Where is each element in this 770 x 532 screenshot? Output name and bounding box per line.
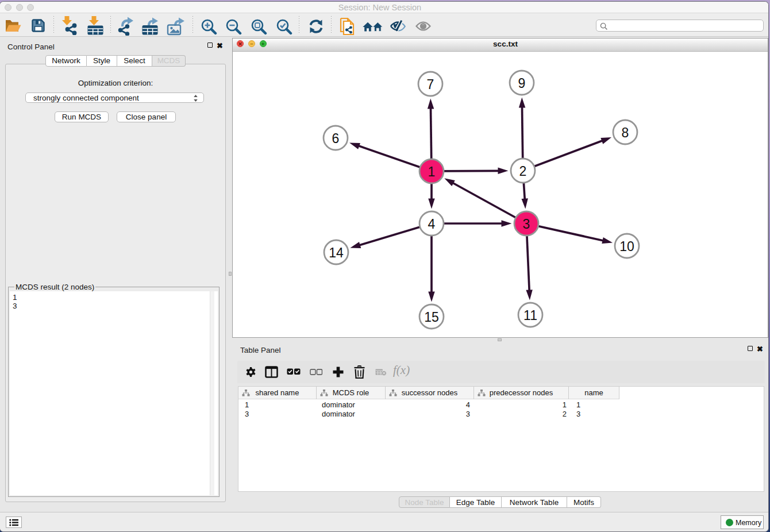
svg-text:11: 11 [523, 308, 537, 323]
svg-text:14: 14 [329, 245, 344, 260]
svg-text:7: 7 [427, 77, 434, 92]
svg-text:8: 8 [622, 125, 629, 140]
svg-text:2: 2 [519, 164, 527, 179]
svg-text:3: 3 [523, 217, 530, 232]
svg-text:10: 10 [619, 239, 634, 254]
svg-text:1: 1 [428, 164, 436, 179]
svg-text:6: 6 [332, 131, 340, 146]
svg-text:4: 4 [428, 217, 436, 232]
svg-text:15: 15 [424, 310, 439, 325]
svg-text:9: 9 [518, 76, 526, 91]
